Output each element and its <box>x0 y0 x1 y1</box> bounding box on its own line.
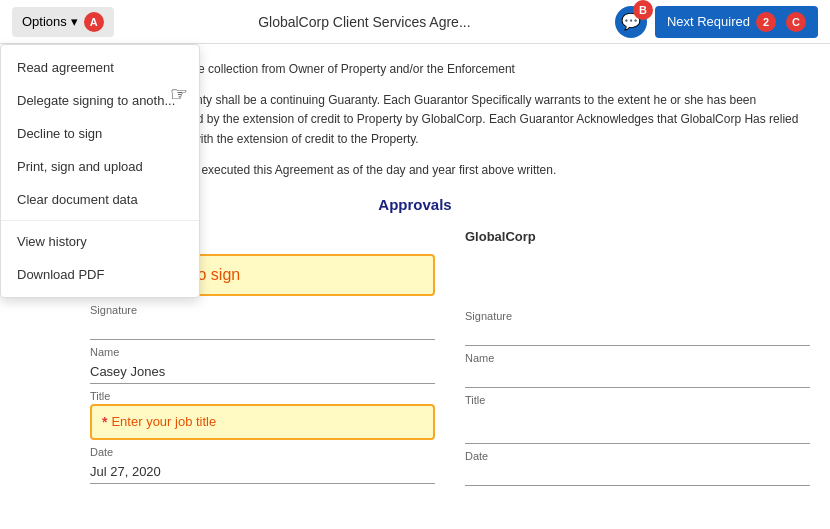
date-label-gc: Date <box>465 450 810 462</box>
signature-value-client <box>90 318 435 340</box>
title-required-star: * <box>102 414 107 430</box>
signature-label-client: Signature <box>90 304 435 316</box>
signature-value-gc <box>465 324 810 346</box>
title-placeholder: Enter your job title <box>111 414 216 429</box>
globalcorp-sign-space <box>465 254 810 304</box>
badge-b: B <box>633 0 653 20</box>
globalcorp-column: GlobalCorp Signature Name Title Date <box>455 229 810 490</box>
dropdown-divider <box>1 220 199 221</box>
name-label-client: Name <box>90 346 435 358</box>
dropdown-item-view-history[interactable]: View history <box>1 225 199 258</box>
date-label-client: Date <box>90 446 435 458</box>
dropdown-item-delegate-signing[interactable]: Delegate signing to anoth... <box>1 84 199 117</box>
globalcorp-col-title: GlobalCorp <box>465 229 810 244</box>
signature-label-gc: Signature <box>465 310 810 322</box>
options-button[interactable]: Options ▾ A <box>12 7 114 37</box>
next-required-label: Next Required <box>667 14 750 29</box>
next-required-count: 2 <box>756 12 776 32</box>
title-input-client[interactable]: * Enter your job title <box>90 404 435 440</box>
dropdown-item-download-pdf[interactable]: Download PDF <box>1 258 199 291</box>
title-label-client: Title <box>90 390 435 402</box>
chat-button[interactable]: 💬 B <box>615 6 647 38</box>
title-value-gc <box>465 408 810 444</box>
document-title: GlobalCorp Client Services Agre... <box>114 14 615 30</box>
date-value-gc <box>465 464 810 486</box>
header: Options ▾ A GlobalCorp Client Services A… <box>0 0 830 44</box>
badge-a: A <box>84 12 104 32</box>
badge-c: C <box>786 12 806 32</box>
dropdown-item-read-agreement[interactable]: Read agreement <box>1 51 199 84</box>
header-right: 💬 B Next Required 2 C <box>615 6 818 38</box>
dropdown-item-clear-document-data[interactable]: Clear document data <box>1 183 199 216</box>
date-value-client: Jul 27, 2020 <box>90 460 435 484</box>
title-label-gc: Title <box>465 394 810 406</box>
next-required-button[interactable]: Next Required 2 C <box>655 6 818 38</box>
name-value-gc <box>465 366 810 388</box>
dropdown-menu: Read agreement Delegate signing to anoth… <box>0 44 200 298</box>
options-label: Options <box>22 14 67 29</box>
name-label-gc: Name <box>465 352 810 364</box>
name-value-client: Casey Jones <box>90 360 435 384</box>
chevron-down-icon: ▾ <box>71 14 78 29</box>
dropdown-item-print-sign-upload[interactable]: Print, sign and upload <box>1 150 199 183</box>
dropdown-item-decline-to-sign[interactable]: Decline to sign <box>1 117 199 150</box>
